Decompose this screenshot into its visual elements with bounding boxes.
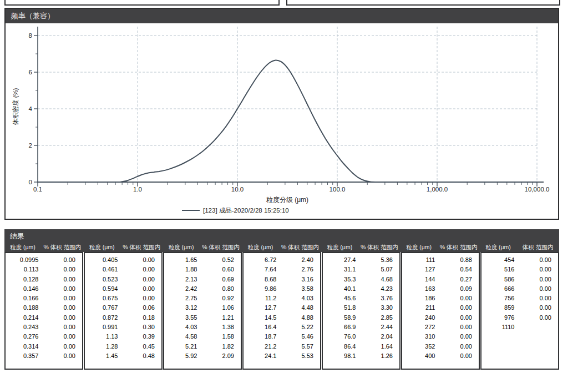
size-cell: 310	[402, 332, 437, 341]
pct-cell: 0.00	[40, 294, 82, 303]
size-cell: 45.6	[323, 294, 358, 303]
size-cell: 0.146	[6, 284, 40, 294]
frequency-curve	[38, 60, 537, 182]
x-tick-label: 1,000.0	[427, 186, 448, 193]
size-cell: 0.523	[85, 275, 120, 284]
table-row: 7.642.76	[244, 265, 320, 274]
table-row: 0.9910.30	[85, 322, 161, 332]
pct-cell: 3.16	[278, 275, 320, 284]
table-row: 1860.00	[402, 294, 479, 303]
table-row: 1270.54	[402, 265, 479, 274]
size-cell: 31.1	[323, 265, 358, 274]
y-tick-label: 2	[29, 142, 32, 149]
pct-cell: 2.85	[358, 313, 399, 322]
results-panel-title: 结果	[4, 229, 559, 241]
frequency-panel-title: 频率（兼容）	[11, 11, 54, 21]
pct-cell: 0.18	[120, 313, 161, 322]
pct-header: % 体积 范围内	[278, 244, 321, 251]
pct-cell: 1.82	[199, 342, 241, 351]
pct-cell: 0.00	[40, 332, 82, 341]
table-row: 12.74.48	[244, 303, 320, 313]
size-cell: 14.5	[244, 313, 278, 322]
size-cell: 4.03	[164, 322, 199, 332]
results-column-box-5: 27.45.3631.15.0735.34.6840.14.2345.63.76…	[322, 252, 401, 370]
pct-header: % 体积 范围内	[437, 244, 480, 251]
size-cell: 186	[402, 294, 437, 303]
size-cell: 2.75	[164, 294, 199, 303]
size-cell: 0.243	[6, 322, 40, 332]
table-row: 58.92.85	[323, 313, 399, 322]
size-cell: 756	[481, 294, 516, 303]
pct-cell: 0.00	[516, 294, 558, 303]
frequency-panel: 频率（兼容） 0.11.010.0100.01,000.010,000.0024…	[4, 8, 559, 220]
pct-cell: 0.06	[120, 303, 161, 313]
size-cell: 2.13	[164, 275, 199, 284]
size-cell: 516	[481, 265, 516, 274]
table-row: 4.581.58	[164, 332, 241, 341]
table-row: 3.551.21	[164, 313, 241, 322]
table-row: 16.45.22	[244, 322, 320, 332]
pct-cell: 0.00	[40, 275, 82, 284]
size-cell: 0.166	[6, 294, 40, 303]
table-row: 5.211.82	[164, 342, 241, 351]
size-cell: 40.1	[323, 284, 358, 294]
x-axis-title: 粒度分级 (μm)	[266, 196, 308, 204]
size-cell: 976	[481, 313, 516, 322]
table-row: 3520.00	[402, 342, 479, 351]
table-row: 40.14.23	[323, 284, 399, 294]
table-row: 24.15.53	[244, 351, 320, 361]
y-tick-label: 6	[29, 69, 32, 75]
pct-cell: 0.48	[120, 351, 161, 361]
pct-cell: 0.00	[40, 284, 82, 294]
size-cell: 5.21	[164, 342, 199, 351]
table-row: 5160.00	[481, 265, 558, 274]
table-row: 3100.00	[402, 332, 479, 341]
pct-cell: 0.00	[120, 284, 161, 294]
pct-cell: 4.23	[358, 284, 399, 294]
pct-cell: 0.00	[40, 322, 82, 332]
pct-cell: 0.00	[40, 351, 82, 361]
pct-cell: 4.88	[278, 313, 320, 322]
size-header: 粒度 (μm)	[480, 244, 516, 251]
table-row: 0.1880.00	[6, 303, 82, 313]
pct-cell: 3.30	[358, 303, 399, 313]
pct-cell: 0.45	[120, 342, 161, 351]
pct-cell: 2.09	[199, 351, 241, 361]
pct-cell: 5.07	[358, 265, 399, 274]
table-row: 98.11.26	[323, 351, 399, 361]
size-cell: 0.113	[6, 265, 40, 274]
size-cell: 859	[481, 303, 516, 313]
table-row: 7560.00	[481, 294, 558, 303]
pct-cell: 4.68	[358, 275, 399, 284]
x-tick-label: 0.1	[33, 186, 42, 193]
size-cell: 586	[481, 275, 516, 284]
table-row: 11.24.03	[244, 294, 320, 303]
size-cell: 7.64	[244, 265, 278, 274]
pct-cell: 1.06	[199, 303, 241, 313]
size-header: 粒度 (μm)	[163, 244, 200, 251]
size-cell: 352	[402, 342, 437, 351]
size-header: 粒度 (μm)	[401, 244, 437, 251]
size-cell: 98.1	[323, 351, 358, 361]
size-cell: 1.65	[164, 255, 199, 265]
table-row: 4000.00	[402, 351, 479, 361]
pct-cell: 0.00	[516, 255, 558, 265]
y-axis-title: 体积密度 (%)	[12, 88, 19, 125]
pct-cell: 1.64	[358, 342, 399, 351]
pct-cell: 0.00	[40, 303, 82, 313]
results-panel-header: 结果 粒度 (μm)% 体积 范围内粒度 (μm)% 体积 范围内粒度 (μm)…	[4, 229, 559, 252]
table-row: 51.83.30	[323, 303, 399, 313]
size-cell: 27.4	[323, 255, 358, 265]
size-cell: 0.675	[85, 294, 120, 303]
pct-cell: 0.00	[516, 265, 558, 274]
size-cell: 666	[481, 284, 516, 294]
pct-cell: 0.00	[437, 313, 479, 322]
table-row: 2.130.69	[164, 275, 241, 284]
pct-cell: 1.38	[199, 322, 241, 332]
results-column-box-6: 1110.881270.541440.271630.091860.002110.…	[401, 252, 480, 370]
table-row: 0.1130.00	[6, 265, 82, 274]
pct-cell: 5.46	[278, 332, 320, 341]
table-row: 45.63.76	[323, 294, 399, 303]
size-cell: 1.13	[85, 332, 120, 341]
pct-cell	[516, 322, 558, 332]
